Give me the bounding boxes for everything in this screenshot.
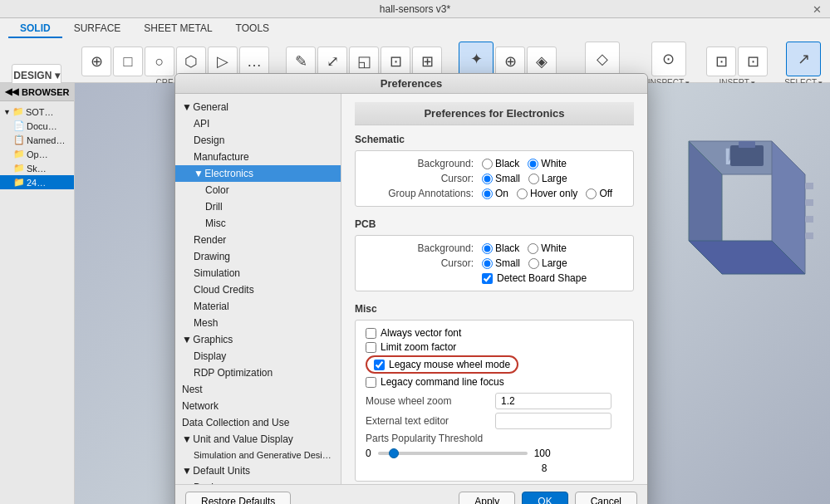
construct-btn-1[interactable]: ◇	[585, 42, 620, 76]
modify-btn-4[interactable]: ⊡	[381, 46, 410, 76]
tab-tools[interactable]: TOOLS	[224, 18, 281, 38]
create-btn-3[interactable]: ○	[145, 46, 174, 76]
misc-legacy-cmd[interactable]: Legacy command line focus	[366, 376, 623, 388]
misc-legacy-mouse-checkbox[interactable]	[374, 360, 385, 370]
tree-item-docu[interactable]: 📄 Docu…	[0, 119, 74, 133]
pcb-box: Background: Black White Cursor:	[355, 235, 634, 291]
browser-tree: ▼ 📁 SOT… 📄 Docu… 📋 Named… 📁 Op… 📁 Sk…	[0, 101, 74, 504]
tree-item-sk[interactable]: 📁 Sk…	[0, 161, 74, 175]
back-icon[interactable]: ◀◀	[5, 86, 18, 97]
dialog-footer: Restore Defaults Apply OK Cancel	[175, 484, 647, 504]
tree-rdp[interactable]: RDP Optimization	[175, 365, 341, 381]
tree-item-named[interactable]: 📋 Named…	[0, 133, 74, 147]
tree-drawing[interactable]: Drawing	[175, 248, 341, 265]
ext-editor-input[interactable]	[495, 413, 611, 429]
schematic-cursor-small[interactable]: Small	[482, 173, 520, 184]
misc-limit-zoom[interactable]: Limit zoom factor	[366, 341, 623, 353]
modify-btn-3[interactable]: ◱	[349, 46, 379, 76]
inspect-buttons: ⊙	[651, 42, 686, 76]
tree-du-design[interactable]: Design	[175, 479, 341, 484]
schematic-bg-black[interactable]: Black	[482, 158, 519, 169]
tree-network[interactable]: Network	[175, 398, 341, 414]
inspect-btn-1[interactable]: ⊙	[651, 42, 686, 76]
tree-mesh[interactable]: Mesh	[175, 315, 341, 331]
mouse-wheel-input[interactable]: 1.2	[495, 393, 611, 409]
close-button[interactable]: ✕	[813, 2, 822, 15]
tree-general[interactable]: ▼ General	[175, 99, 341, 115]
tree-cloud-credits[interactable]: Cloud Credits	[175, 281, 341, 298]
select-group: ↗ SELECT ▾	[784, 42, 823, 87]
tree-electronics[interactable]: ▼ Electronics	[175, 165, 341, 182]
insert-btn-1[interactable]: ⊡	[706, 46, 736, 76]
assemble-btn-3[interactable]: ◈	[527, 46, 557, 76]
slider-container: 0 100	[366, 448, 551, 459]
toolbar-tabs: SOLID SURFACE SHEET METAL TOOLS	[0, 18, 830, 38]
modify-btn-1[interactable]: ✎	[286, 46, 316, 76]
schematic-ann-hover[interactable]: Hover only	[517, 188, 577, 199]
tree-color[interactable]: Color	[175, 182, 341, 198]
schematic-annotation-options: On Hover only Off	[482, 188, 612, 199]
tree-simulation[interactable]: Simulation	[175, 265, 341, 281]
tree-sim-gen[interactable]: Simulation and Generative Desi…	[175, 448, 341, 462]
tree-drill[interactable]: Drill	[175, 198, 341, 215]
misc-always-vector[interactable]: Always vector font	[366, 327, 623, 339]
schematic-bg-white[interactable]: White	[528, 158, 567, 169]
tab-sheet-metal[interactable]: SHEET METAL	[132, 18, 223, 38]
create-btn-2[interactable]: □	[113, 46, 143, 76]
schematic-cursor-row: Cursor: Small Large	[366, 173, 623, 184]
pcb-detect-checkbox[interactable]: Detect Board Shape	[482, 272, 587, 284]
tree-item-sot[interactable]: ▼ 📁 SOT…	[0, 105, 74, 119]
tab-surface[interactable]: SURFACE	[62, 18, 133, 38]
restore-defaults-button[interactable]: Restore Defaults	[185, 492, 291, 504]
select-btn-1[interactable]: ↗	[786, 42, 821, 76]
ok-button[interactable]: OK	[522, 492, 567, 504]
pcb-bg-white[interactable]: White	[528, 242, 567, 254]
browser-sidebar: ◀◀ BROWSER ▼ 📁 SOT… 📄 Docu… 📋 Named… 📁 O…	[0, 83, 75, 504]
tree-material[interactable]: Material	[175, 298, 341, 315]
create-btn-1[interactable]: ⊕	[81, 46, 111, 76]
pcb-section: PCB Background: Black White	[355, 218, 634, 291]
tree-label: Named…	[27, 135, 65, 145]
parts-label: Parts Popularity Threshold	[366, 433, 483, 444]
misc-limit-zoom-label: Limit zoom factor	[381, 341, 456, 353]
pcb-bg-black[interactable]: Black	[482, 242, 519, 254]
dialog-title-bar: Preferences	[175, 74, 647, 94]
tab-solid[interactable]: SOLID	[8, 18, 62, 38]
create-btn-4[interactable]: ⬡	[176, 46, 206, 76]
tree-api[interactable]: API	[175, 115, 341, 132]
schematic-ann-on[interactable]: On	[482, 188, 508, 199]
tree-nest[interactable]: Nest	[175, 381, 341, 398]
apply-button[interactable]: Apply	[459, 492, 515, 504]
assemble-btn-2[interactable]: ⊕	[495, 46, 525, 76]
schematic-title: Schematic	[355, 134, 634, 145]
create-btn-5[interactable]: ▷	[208, 46, 238, 76]
parts-value: 8	[415, 462, 647, 474]
cancel-button[interactable]: Cancel	[575, 492, 637, 504]
tree-item-24[interactable]: 📁 24…	[0, 175, 74, 189]
schematic-ann-off[interactable]: Off	[586, 188, 612, 199]
tree-item-op[interactable]: 📁 Op…	[0, 147, 74, 161]
insert-btn-2[interactable]: ⊡	[738, 46, 768, 76]
tree-display[interactable]: Display	[175, 348, 341, 365]
create-btn-6[interactable]: …	[239, 46, 269, 76]
schematic-cursor-large[interactable]: Large	[528, 173, 567, 184]
modify-btn-2[interactable]: ⤢	[317, 46, 347, 76]
pcb-cursor-large[interactable]: Large	[528, 257, 567, 269]
tree-default-units[interactable]: ▼ Default Units	[175, 462, 341, 479]
tree-data-collection[interactable]: Data Collection and Use	[175, 414, 341, 431]
tree-manufacture[interactable]: Manufacture	[175, 149, 341, 165]
modify-btn-5[interactable]: ⊞	[412, 46, 442, 76]
misc-always-vector-label: Always vector font	[381, 327, 461, 339]
tree-misc[interactable]: Misc	[175, 215, 341, 232]
tree-unit-value[interactable]: ▼ Unit and Value Display	[175, 431, 341, 448]
assemble-btn-1[interactable]: ✦	[459, 42, 494, 76]
pcb-cursor-small[interactable]: Small	[482, 257, 520, 269]
tree-render[interactable]: Render	[175, 232, 341, 248]
tree-design[interactable]: Design	[175, 132, 341, 149]
misc-section: Misc Always vector font Limit zoom facto…	[355, 303, 634, 482]
ext-editor-row: External text editor	[366, 413, 623, 429]
parts-slider[interactable]	[378, 452, 528, 455]
misc-legacy-mouse[interactable]: Legacy mouse wheel mode	[366, 355, 623, 374]
tree-graphics[interactable]: ▼ Graphics	[175, 331, 341, 348]
construct-buttons: ◇	[585, 42, 620, 76]
